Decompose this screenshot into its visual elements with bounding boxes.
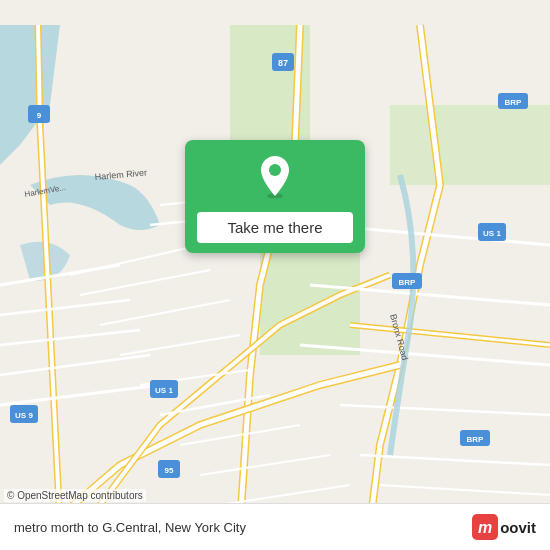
svg-text:Harlem River: Harlem River (94, 167, 147, 182)
svg-line-22 (380, 485, 550, 495)
svg-line-20 (340, 405, 550, 415)
map-container: 87 9 BRP US 1 BRP US 9 US 1 95 BRP Harle… (0, 0, 550, 550)
svg-line-5 (0, 330, 140, 345)
bottom-bar: metro morth to G.Central, New York City … (0, 503, 550, 550)
take-me-there-button[interactable]: Take me there (197, 212, 353, 243)
location-text: metro morth to G.Central, New York City (14, 520, 246, 535)
svg-text:BRP: BRP (505, 98, 523, 107)
svg-line-8 (70, 245, 200, 275)
svg-line-15 (200, 455, 330, 475)
svg-point-49 (269, 164, 281, 176)
svg-text:m: m (478, 519, 492, 536)
svg-rect-2 (390, 105, 550, 185)
svg-text:9: 9 (37, 111, 42, 120)
svg-line-26 (350, 325, 550, 345)
location-pin-icon (256, 154, 294, 204)
take-me-there-card: Take me there (185, 140, 365, 253)
svg-text:87: 87 (278, 58, 288, 68)
map-roads: 87 9 BRP US 1 BRP US 9 US 1 95 BRP Harle… (0, 0, 550, 550)
svg-line-11 (120, 335, 240, 355)
map-attribution: © OpenStreetMap contributors (4, 489, 146, 502)
svg-line-10 (100, 300, 230, 325)
svg-text:95: 95 (165, 466, 174, 475)
moovit-icon: m (472, 514, 498, 540)
moovit-brand-text: oovit (500, 519, 536, 536)
svg-text:US 1: US 1 (155, 386, 173, 395)
svg-line-6 (0, 355, 150, 375)
svg-line-7 (0, 385, 160, 405)
moovit-logo: m oovit (472, 514, 536, 540)
green-card: Take me there (185, 140, 365, 253)
svg-text:BRP: BRP (399, 278, 417, 287)
svg-text:US 9: US 9 (15, 411, 33, 420)
svg-line-21 (360, 455, 550, 465)
svg-line-4 (0, 300, 130, 315)
svg-text:BRP: BRP (467, 435, 485, 444)
svg-text:US 1: US 1 (483, 229, 501, 238)
svg-line-9 (80, 270, 210, 295)
